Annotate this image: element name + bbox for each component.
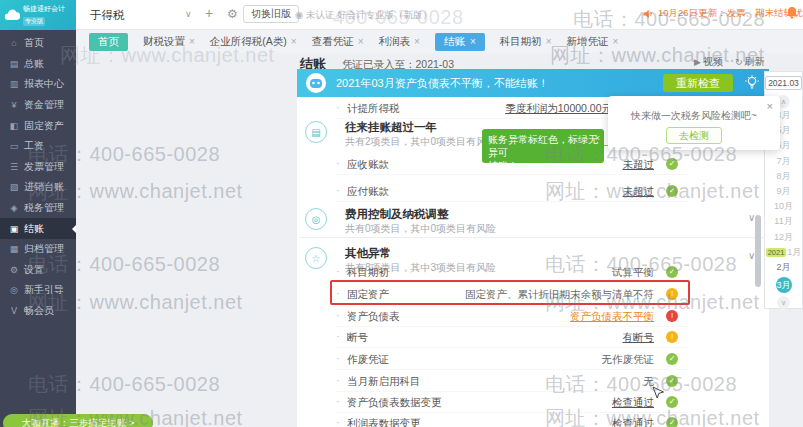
- close-icon[interactable]: ×: [470, 36, 476, 47]
- close-icon[interactable]: ×: [414, 36, 420, 47]
- close-icon[interactable]: ×: [358, 36, 364, 47]
- tab-home[interactable]: 首页: [89, 33, 128, 51]
- check-row-balance-sheet-change: · 资产负债表数据变更 检查通过 ✓: [336, 394, 688, 413]
- tab-new-voucher[interactable]: 新增凭证×: [567, 35, 619, 49]
- month-item[interactable]: 9月: [776, 184, 790, 199]
- check-label: 利润表数据变更: [347, 417, 421, 427]
- tab-income-statement[interactable]: 利润表×: [379, 35, 420, 49]
- sidebar-item-label: 归档管理: [24, 242, 64, 256]
- gear-icon[interactable]: ⚙: [227, 7, 238, 21]
- close-icon[interactable]: ×: [291, 36, 297, 47]
- sidebar-item-label: 总账: [24, 57, 44, 71]
- check-label: 资产负债表: [347, 310, 400, 324]
- sidebar-item-closing[interactable]: ▣结账: [0, 218, 76, 239]
- month-item[interactable]: 11月: [774, 214, 792, 229]
- sidebar-item-label: 发票管理: [24, 160, 64, 174]
- check-status-error-link[interactable]: 资产负债表不平衡: [570, 310, 654, 324]
- check-status: 无作废凭证: [602, 353, 655, 367]
- sidebar-item-salary[interactable]: ▭工资: [0, 136, 76, 157]
- check-status-link[interactable]: 有断号: [623, 331, 655, 345]
- close-icon[interactable]: ×: [546, 36, 552, 47]
- tab-fiscal-settings[interactable]: 财税设置×: [143, 35, 195, 49]
- bullet: ·: [336, 101, 340, 113]
- sidebar-item-general-ledger[interactable]: ▤总账: [0, 54, 76, 75]
- sidebar-item-home[interactable]: ⌂首页: [0, 33, 76, 54]
- switch-old-version-button[interactable]: 切换旧版: [243, 5, 299, 23]
- page-header-tools: ▶视频 ↻刷新: [694, 55, 764, 69]
- tab-enterprise-income-tax[interactable]: 企业所得税(A类)×: [210, 35, 297, 49]
- sidebar-nav: ⌂首页 ▤总账 ▥报表中心 ¥资金管理 ◧固定资产 ▭工资 ☰发票管理 ▧进销台…: [0, 33, 76, 321]
- video-button[interactable]: ▶视频: [694, 55, 723, 69]
- close-icon[interactable]: ×: [613, 36, 619, 47]
- tab-opening-balance[interactable]: 科目期初×: [500, 35, 552, 49]
- check-row-broken-number: · 断号 有断号 !: [336, 329, 688, 348]
- company-selector[interactable]: 于得税: [90, 8, 125, 23]
- scrollbar-thumb[interactable]: [755, 215, 761, 287]
- tab-label: 科目期初: [500, 35, 542, 49]
- sidebar-item-member[interactable]: Ⅴ畅会员: [0, 301, 76, 322]
- section-subtitle: 共有0项类目，其中0项类目有风险: [345, 222, 496, 236]
- bullet: ·: [336, 395, 340, 407]
- live-promo-banner[interactable]: 大咖直播：三步搞定结账 >: [3, 414, 153, 427]
- check-row-payable: · 应付账款 未超过 ✓: [336, 183, 688, 202]
- check-status-link[interactable]: 检查通过: [612, 396, 654, 410]
- assets-icon: ◧: [9, 121, 19, 131]
- recheck-button[interactable]: 重新检查: [663, 74, 733, 92]
- sidebar-item-settings[interactable]: ⚙设置: [0, 260, 76, 281]
- status-error-icon: !: [666, 310, 678, 322]
- check-status-link[interactable]: 未超过: [623, 158, 655, 172]
- scroll-down-icon[interactable]: ∨: [777, 296, 790, 309]
- month-item[interactable]: 8月: [776, 169, 790, 184]
- bullet: ·: [336, 330, 340, 342]
- check-status-link[interactable]: 未超过: [623, 185, 655, 199]
- brand-name: 畅捷通好会计: [23, 5, 65, 13]
- report-icon: ▥: [9, 79, 19, 89]
- play-icon: ▶: [694, 57, 701, 67]
- sidebar-item-archive[interactable]: ▦归档管理: [0, 239, 76, 260]
- add-account-button[interactable]: +: [205, 5, 213, 21]
- month-item[interactable]: 2月: [776, 260, 790, 275]
- ledger-icon: ▤: [9, 59, 19, 69]
- check-status-link[interactable]: 检查通过: [612, 417, 654, 427]
- bell-icon[interactable]: [786, 6, 798, 21]
- close-icon[interactable]: ×: [189, 36, 195, 47]
- close-icon[interactable]: ×: [595, 132, 600, 145]
- month-item-selected[interactable]: 3月: [776, 277, 792, 293]
- tab-closing-active[interactable]: 结账×: [435, 33, 485, 51]
- month-item-january[interactable]: 20211月: [766, 245, 802, 260]
- check-label: 作废凭证: [347, 353, 389, 367]
- brand-edition-badge: 专业版: [23, 17, 45, 26]
- sidebar-item-label: 结账: [24, 222, 44, 236]
- bullet: ·: [336, 416, 340, 427]
- announcement-banner[interactable]: 10月26日更新：发票、期末结转优化: [642, 7, 803, 20]
- go-check-button[interactable]: 去检测: [666, 127, 722, 144]
- tab-label: 首页: [98, 35, 119, 49]
- lamp-icon[interactable]: [745, 75, 759, 93]
- sidebar-item-funds[interactable]: ¥资金管理: [0, 95, 76, 116]
- refresh-button[interactable]: ↻刷新: [735, 55, 765, 69]
- current-period-box[interactable]: 2021.03: [765, 76, 802, 90]
- sidebar-item-beginner-guide[interactable]: ◎新手引导: [0, 280, 76, 301]
- sidebar-item-purchase-sales[interactable]: ▧进销台账: [0, 177, 76, 198]
- chevron-down-icon[interactable]: ∨: [185, 9, 192, 19]
- tab-bar: 首页 财税设置× 企业所得税(A类)× 查看凭证× 利润表× 结账× 科目期初×…: [76, 30, 803, 53]
- month-item[interactable]: 12月: [774, 230, 793, 245]
- sidebar-item-label: 工资: [24, 139, 44, 153]
- status-ok-icon: ✓: [666, 396, 678, 408]
- mouse-cursor-icon: [652, 386, 664, 402]
- tooltip-text: 账务异常标红色，标绿无异可: [488, 134, 598, 158]
- tax-icon: ◈: [9, 203, 19, 213]
- tab-view-voucher[interactable]: 查看凭证×: [312, 35, 364, 49]
- sidebar-item-tax[interactable]: ◈税务管理: [0, 198, 76, 219]
- month-item[interactable]: 10月: [774, 199, 793, 214]
- vip-icon: Ⅴ: [9, 306, 19, 316]
- guide-icon: ◎: [9, 285, 19, 295]
- sidebar-item-invoice[interactable]: ☰发票管理: [0, 157, 76, 178]
- sidebar-item-report-center[interactable]: ▥报表中心: [0, 74, 76, 95]
- sidebar-item-fixed-assets[interactable]: ◧固定资产: [0, 115, 76, 136]
- month-item[interactable]: 7月: [776, 154, 790, 169]
- bullet: ·: [336, 157, 340, 169]
- bullet: ·: [336, 374, 340, 386]
- year-badge: 2021: [766, 248, 787, 257]
- funds-icon: ¥: [9, 100, 19, 110]
